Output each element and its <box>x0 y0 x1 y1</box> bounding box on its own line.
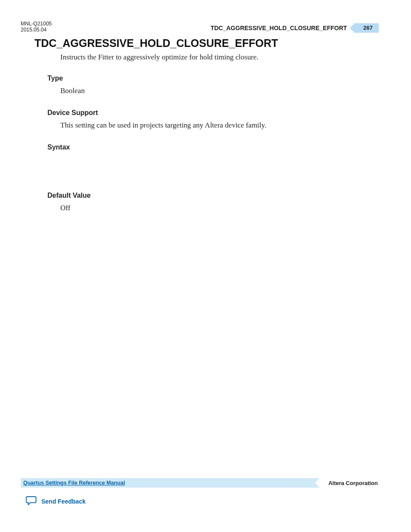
page-number-chip: 267 <box>355 23 379 33</box>
running-title: TDC_AGGRESSIVE_HOLD_CLOSURE_EFFORT <box>211 25 347 31</box>
send-feedback-label: Send Feedback <box>41 498 86 505</box>
section-heading-type: Type <box>47 75 379 82</box>
section-heading-syntax: Syntax <box>47 143 379 151</box>
footer-company: Altera Corporation <box>328 480 379 486</box>
section-heading-device-support: Device Support <box>47 109 379 117</box>
header-right: TDC_AGGRESSIVE_HOLD_CLOSURE_EFFORT 267 <box>211 23 379 33</box>
speech-bubble-icon <box>26 495 37 507</box>
topic-title: TDC_AGGRESSIVE_HOLD_CLOSURE_EFFORT <box>34 37 379 50</box>
topic-lead: Instructs the Fitter to aggressively opt… <box>60 52 379 62</box>
section-heading-default-value: Default Value <box>47 192 379 199</box>
send-feedback[interactable]: Send Feedback <box>26 495 86 507</box>
content-area: TDC_AGGRESSIVE_HOLD_CLOSURE_EFFORT Instr… <box>34 37 379 213</box>
footer-bar: Quartus Settings File Reference Manual A… <box>21 478 379 488</box>
section-body-default-value: Off <box>60 203 379 213</box>
section-body-device-support: This setting can be used in projects tar… <box>60 120 379 131</box>
manual-title-link[interactable]: Quartus Settings File Reference Manual <box>23 480 125 486</box>
section-body-type: Boolean <box>60 86 379 96</box>
footer-company-wrap: Altera Corporation <box>320 478 379 488</box>
page-header: MNL-Q21005 2015.05.04 TDC_AGGRESSIVE_HOL… <box>21 21 379 33</box>
